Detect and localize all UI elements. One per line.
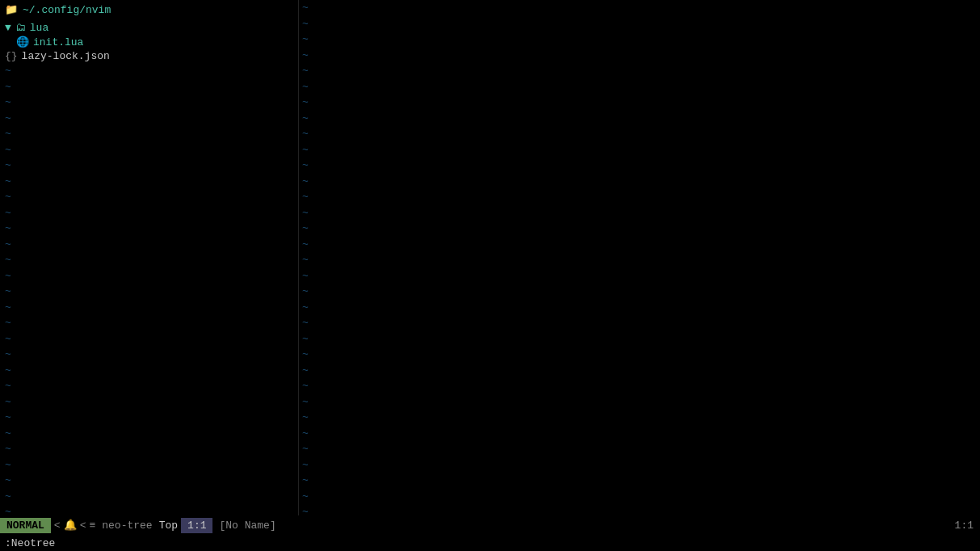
editor-tilde: ~ (299, 189, 980, 205)
sidebar-tilde: ~ (0, 189, 298, 205)
editor-tilde: ~ (299, 347, 980, 363)
editor-tilde: ~ (299, 410, 980, 426)
sidebar-tilde: ~ (0, 237, 298, 253)
sidebar-tilde: ~ (0, 158, 298, 174)
sidebar-tilde: ~ (0, 174, 298, 190)
sidebar-tilde: ~ (0, 347, 298, 363)
editor-tilde: ~ (299, 237, 980, 253)
sidebar-tilde: ~ (0, 63, 298, 79)
sidebar-header: 📁 ~/.config/nvim (0, 0, 298, 19)
json-file-label: lazy-lock.json (22, 50, 110, 62)
editor-tilde: ~ (299, 95, 980, 111)
editor-tilde: ~ (299, 174, 980, 190)
sidebar-tilde: ~ (0, 473, 298, 489)
tree-item-lua-folder[interactable]: ▼ 🗂 lua (0, 21, 298, 35)
status-position-label: Top (156, 519, 181, 532)
sidebar-tilde: ~ (0, 95, 298, 111)
editor-tilde: ~ (299, 457, 980, 473)
editor-tilde: ~ (299, 473, 980, 489)
sidebar-tilde: ~ (0, 205, 298, 221)
editor-tilde: ~ (299, 126, 980, 142)
lua-file-icon: 🌐 (16, 36, 29, 48)
sidebar-tilde: ~ (0, 142, 298, 158)
status-icon-lt: < (54, 519, 61, 532)
folder-emoji: 🗂 (15, 22, 26, 34)
sidebar-tilde-lines: ~ ~ ~ ~ ~ ~ ~ ~ ~ ~ ~ ~ ~ ~ ~ ~ ~ ~ ~ ~ (0, 63, 298, 515)
editor-tilde: ~ (299, 315, 980, 331)
main-container: 📁 ~/.config/nvim ▼ 🗂 lua 🌐 init.lua {} l… (0, 0, 980, 515)
editor-tilde: ~ (299, 284, 980, 300)
lua-file-label: init.lua (33, 36, 83, 48)
editor-tilde: ~ (299, 221, 980, 237)
status-icon-bell: 🔔 (64, 519, 77, 532)
editor-tilde: ~ (299, 426, 980, 442)
status-bar: NORMAL < 🔔 < ≡ neo-tree Top 1:1 [No Name… (0, 515, 980, 535)
sidebar-tilde: ~ (0, 79, 298, 95)
editor-tilde: ~ (299, 111, 980, 127)
editor-tilde: ~ (299, 158, 980, 174)
tree-item-lazy-lock[interactable]: {} lazy-lock.json (0, 49, 298, 63)
editor-tilde: ~ (299, 504, 980, 515)
editor-tilde: ~ (299, 378, 980, 394)
editor-tilde: ~ (299, 441, 980, 457)
sidebar-tilde: ~ (0, 504, 298, 515)
sidebar-tilde: ~ (0, 284, 298, 300)
editor-tilde: ~ (299, 394, 980, 410)
folder-drive-icon: 📁 (5, 3, 18, 16)
sidebar-tilde: ~ (0, 126, 298, 142)
sidebar-tilde: ~ (0, 331, 298, 347)
sidebar-title: ~/.config/nvim (23, 4, 111, 16)
sidebar-tilde: ~ (0, 410, 298, 426)
sidebar-content: ▼ 🗂 lua 🌐 init.lua {} lazy-lock.json ~ ~… (0, 19, 298, 515)
editor-tilde: ~ (299, 205, 980, 221)
status-right-pos: 1:1 (948, 519, 980, 532)
editor-tilde-area: ~ ~ ~ ~ ~ ~ ~ ~ ~ ~ ~ ~ ~ ~ ~ ~ ~ ~ ~ ~ … (299, 0, 980, 515)
tree-item-init-lua[interactable]: 🌐 init.lua (0, 35, 298, 49)
editor-tilde: ~ (299, 331, 980, 347)
editor-area[interactable]: ~ ~ ~ ~ ~ ~ ~ ~ ~ ~ ~ ~ ~ ~ ~ ~ ~ ~ ~ ~ … (299, 0, 980, 515)
sidebar-tilde: ~ (0, 457, 298, 473)
editor-tilde: ~ (299, 0, 980, 16)
json-file-icon: {} (5, 50, 18, 62)
command-text: :Neotree (5, 537, 55, 549)
sidebar-tilde: ~ (0, 221, 298, 237)
editor-tilde: ~ (299, 268, 980, 284)
sidebar-tilde: ~ (0, 489, 298, 505)
status-line-col: 1:1 (181, 518, 212, 533)
editor-tilde: ~ (299, 32, 980, 48)
sidebar-tilde: ~ (0, 394, 298, 410)
sidebar-tilde: ~ (0, 441, 298, 457)
sidebar-tilde: ~ (0, 300, 298, 316)
command-line[interactable]: :Neotree (0, 535, 980, 551)
editor-tilde: ~ (299, 79, 980, 95)
sidebar-tilde: ~ (0, 252, 298, 268)
sidebar-tilde: ~ (0, 363, 298, 379)
folder-label: lua (30, 22, 48, 34)
status-icon-lt2: < (80, 519, 86, 532)
editor-tilde: ~ (299, 363, 980, 379)
editor-tilde: ~ (299, 252, 980, 268)
editor-tilde: ~ (299, 48, 980, 64)
status-icon-list: ≡ (89, 519, 95, 532)
editor-tilde: ~ (299, 489, 980, 505)
sidebar-tilde: ~ (0, 268, 298, 284)
sidebar-tilde: ~ (0, 378, 298, 394)
editor-tilde: ~ (299, 63, 980, 79)
sidebar-tilde: ~ (0, 315, 298, 331)
status-plugin-name: neo-tree (99, 519, 155, 532)
sidebar-tilde: ~ (0, 111, 298, 127)
status-icons: < 🔔 < ≡ (51, 519, 99, 532)
editor-tilde: ~ (299, 300, 980, 316)
mode-indicator: NORMAL (0, 518, 51, 533)
status-filename: [No Name] (212, 519, 282, 532)
sidebar: 📁 ~/.config/nvim ▼ 🗂 lua 🌐 init.lua {} l… (0, 0, 299, 515)
folder-icon: ▼ (5, 22, 11, 34)
editor-tilde: ~ (299, 16, 980, 32)
editor-tilde: ~ (299, 142, 980, 158)
sidebar-tilde: ~ (0, 426, 298, 442)
